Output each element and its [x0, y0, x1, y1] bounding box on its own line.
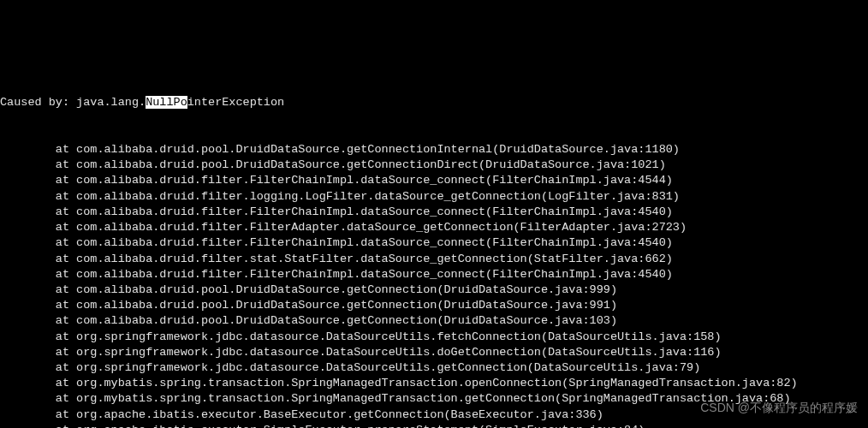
- stack-line: at org.springframework.jdbc.datasource.D…: [0, 345, 868, 360]
- exception-line: Caused by: java.lang.NullPointerExceptio…: [0, 95, 868, 110]
- stack-line: at com.alibaba.druid.pool.DruidDataSourc…: [0, 158, 868, 173]
- stack-line: at com.alibaba.druid.filter.FilterChainI…: [0, 267, 868, 282]
- stack-line: at org.springframework.jdbc.datasource.D…: [0, 360, 868, 376]
- stack-line: at com.alibaba.druid.filter.FilterChainI…: [0, 205, 868, 220]
- search-highlight: NullPo: [146, 96, 187, 109]
- stack-trace: at com.alibaba.druid.pool.DruidDataSourc…: [0, 142, 868, 428]
- stack-line: at com.alibaba.druid.filter.FilterChainI…: [0, 235, 868, 251]
- watermark-text: CSDN @不像程序员的程序媛: [700, 400, 858, 416]
- stack-line: at com.alibaba.druid.pool.DruidDataSourc…: [0, 282, 868, 298]
- exception-prefix: Caused by: java.lang.: [0, 96, 146, 109]
- stack-line: at com.alibaba.druid.filter.stat.StatFil…: [0, 252, 868, 267]
- stack-line: at org.apache.ibatis.executor.SimpleExec…: [0, 423, 868, 428]
- stack-line: at com.alibaba.druid.filter.FilterChainI…: [0, 173, 868, 188]
- stack-line: at org.springframework.jdbc.datasource.D…: [0, 330, 868, 345]
- stack-line: at com.alibaba.druid.pool.DruidDataSourc…: [0, 142, 868, 158]
- terminal-output[interactable]: Caused by: java.lang.NullPointerExceptio…: [0, 64, 868, 428]
- stack-line: at com.alibaba.druid.filter.logging.LogF…: [0, 189, 868, 205]
- exception-suffix: interException: [187, 96, 284, 109]
- stack-line: at org.mybatis.spring.transaction.Spring…: [0, 376, 868, 391]
- stack-line: at com.alibaba.druid.pool.DruidDataSourc…: [0, 313, 868, 329]
- stack-line: at com.alibaba.druid.pool.DruidDataSourc…: [0, 298, 868, 313]
- stack-line: at com.alibaba.druid.filter.FilterAdapte…: [0, 220, 868, 235]
